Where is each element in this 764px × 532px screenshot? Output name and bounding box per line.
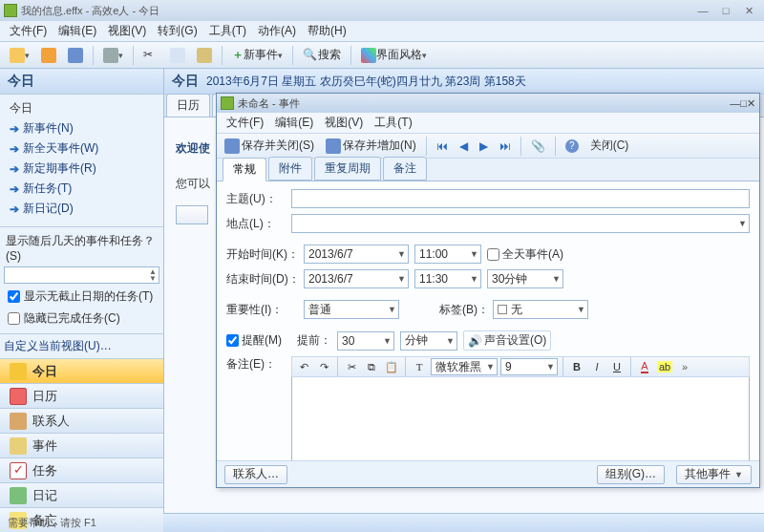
tb-paste[interactable] <box>193 45 216 66</box>
rt-more[interactable]: » <box>676 358 693 375</box>
chk-remind[interactable]: 提醒(M) <box>226 332 291 349</box>
combo-remind-unit[interactable]: 分钟▼ <box>400 331 457 351</box>
lp-hide-done-check[interactable] <box>8 312 20 325</box>
dlg-btn-other[interactable]: 其他事件▼ <box>676 465 752 484</box>
lbl-before: 提前： <box>297 332 331 349</box>
nav-diary[interactable]: 日记 <box>0 482 163 507</box>
rt-cut[interactable]: ✂ <box>343 358 360 375</box>
combo-start-date[interactable]: 2013/6/7▼ <box>304 245 409 264</box>
nav-events[interactable]: 事件 <box>0 433 163 458</box>
rt-paste[interactable]: 📋 <box>383 358 400 375</box>
rt-undo[interactable]: ↶ <box>295 358 312 375</box>
lp-show-nodue[interactable]: 显示无截止日期的任务(T) <box>4 286 159 308</box>
close-button[interactable]: ✕ <box>737 5 760 17</box>
leftpane-header: 今日 <box>0 69 163 95</box>
dlg-btn-contacts[interactable]: 联系人… <box>224 465 287 484</box>
body-button-stub[interactable] <box>176 205 208 224</box>
lp-item-new-event[interactable]: ➔新事件(N) <box>4 118 159 138</box>
menu-file[interactable]: 文件(F) <box>4 21 53 41</box>
combo-start-time[interactable]: 11:00▼ <box>414 245 481 264</box>
menu-edit[interactable]: 编辑(E) <box>53 21 102 41</box>
lp-days-spinner[interactable]: ▲▼ <box>4 266 159 284</box>
dlg-nav-prev[interactable]: ◀ <box>456 138 472 154</box>
lp-show-nodue-check[interactable] <box>8 290 20 303</box>
rt-copy[interactable]: ⧉ <box>363 358 380 375</box>
dlg-close-btn[interactable]: 关闭(C) <box>586 137 633 155</box>
lbl-remark: 备注(E)： <box>226 356 286 372</box>
rt-highlight[interactable]: ab <box>656 358 673 375</box>
event-dialog: 未命名 - 事件 — □ ✕ 文件(F) 编辑(E) 视图(V) 工具(T) 保… <box>216 93 760 488</box>
menu-action[interactable]: 动作(A) <box>252 21 302 41</box>
menu-tools[interactable]: 工具(T) <box>203 21 252 41</box>
dlg-menu-edit[interactable]: 编辑(E) <box>269 113 319 133</box>
combo-location[interactable]: ▼ <box>291 214 750 233</box>
nav-today[interactable]: 今日 <box>0 358 163 383</box>
tb-save[interactable] <box>64 45 87 66</box>
dlg-menu-view[interactable]: 视图(V) <box>319 113 369 133</box>
dlg-tab-recur[interactable]: 重复周期 <box>314 157 381 181</box>
rt-font-icon[interactable]: T <box>411 358 428 375</box>
chk-allday-box[interactable] <box>487 248 499 261</box>
nav-calendar[interactable]: 日历 <box>0 383 163 408</box>
minimize-button[interactable]: — <box>691 5 714 16</box>
dlg-minimize-button[interactable]: — <box>730 97 740 109</box>
lp-item-new-task[interactable]: ➔新任务(T) <box>4 179 159 199</box>
combo-importance[interactable]: 普通▼ <box>304 300 399 319</box>
tb-cut[interactable]: ✂ <box>139 45 162 66</box>
tb-copy[interactable] <box>166 45 189 66</box>
maximize-button[interactable]: □ <box>714 5 737 16</box>
tb-new-event[interactable]: ＋新事件▾ <box>228 45 286 66</box>
nav-contacts[interactable]: 联系人 <box>0 408 163 433</box>
rt-redo[interactable]: ↷ <box>315 358 332 375</box>
dialog-tabs: 常规 附件 重复周期 备注 <box>217 159 759 181</box>
tb-style[interactable]: 界面风格▾ <box>357 45 431 66</box>
dlg-nav-first[interactable]: ⏮ <box>433 138 452 154</box>
dlg-tab-note[interactable]: 备注 <box>383 157 427 181</box>
rt-bold[interactable]: B <box>568 358 585 375</box>
chk-allday[interactable]: 全天事件(A) <box>487 246 563 263</box>
nav-tasks[interactable]: ✓任务 <box>0 458 163 482</box>
btn-sound[interactable]: 🔊声音设置(O) <box>463 330 551 351</box>
lp-custom-view[interactable]: 自定义当前视图(U)… <box>0 334 163 358</box>
dlg-menu-tools[interactable]: 工具(T) <box>369 113 417 133</box>
rt-underline[interactable]: U <box>608 358 626 375</box>
input-subject[interactable] <box>291 189 750 208</box>
rt-fontcolor[interactable]: A <box>636 358 653 375</box>
dlg-close-button[interactable]: ✕ <box>747 97 755 110</box>
combo-end-time[interactable]: 11:30▼ <box>414 269 481 288</box>
menu-goto[interactable]: 转到(G) <box>152 21 202 41</box>
dlg-nav-next[interactable]: ▶ <box>476 138 492 154</box>
chk-remind-box[interactable] <box>226 334 239 347</box>
dlg-maximize-button[interactable]: □ <box>740 97 747 109</box>
lp-item-new-diary[interactable]: ➔新日记(D) <box>4 199 159 219</box>
contacts-icon <box>10 413 27 430</box>
combo-tag[interactable]: 无▼ <box>493 300 588 319</box>
tb-new[interactable]: ▾ <box>6 45 33 66</box>
menu-view[interactable]: 视图(V) <box>102 21 152 41</box>
tb-search[interactable]: 🔍搜索 <box>299 45 345 66</box>
dlg-help[interactable]: ? <box>562 138 583 154</box>
dlg-tab-general[interactable]: 常规 <box>223 158 266 181</box>
rt-font-combo[interactable]: 微软雅黑▼ <box>431 358 498 375</box>
lp-item-new-allday[interactable]: ➔新全天事件(W) <box>4 138 159 159</box>
combo-duration[interactable]: 30分钟▼ <box>487 269 563 288</box>
combo-end-date[interactable]: 2013/6/7▼ <box>304 269 409 288</box>
dlg-btn-group[interactable]: 组别(G)… <box>597 465 665 484</box>
dlg-save-close[interactable]: 保存并关闭(S) <box>221 137 318 155</box>
tab-calendar[interactable]: 日历 <box>166 94 210 117</box>
combo-remind-amount[interactable]: 30▼ <box>337 331 394 351</box>
dlg-menu-file[interactable]: 文件(F) <box>221 113 269 133</box>
menu-help[interactable]: 帮助(H) <box>302 21 352 41</box>
lp-item-new-recurring[interactable]: ➔新定期事件(R) <box>4 159 159 179</box>
rt-fontsize-combo[interactable]: 9▼ <box>500 358 558 375</box>
dlg-save-add[interactable]: 保存并增加(N) <box>322 137 420 155</box>
tb-open[interactable] <box>37 45 60 66</box>
richtext-area[interactable] <box>291 377 750 460</box>
lp-hide-done[interactable]: 隐藏已完成任务(C) <box>4 308 159 330</box>
dlg-tab-attach[interactable]: 附件 <box>268 157 312 181</box>
rt-italic[interactable]: I <box>588 358 605 375</box>
lp-show-nodue-label: 显示无截止日期的任务(T) <box>24 288 153 305</box>
tb-print[interactable]: ▾ <box>99 45 127 66</box>
dlg-attach[interactable]: 📎 <box>527 138 549 154</box>
dlg-nav-last[interactable]: ⏭ <box>496 138 515 154</box>
